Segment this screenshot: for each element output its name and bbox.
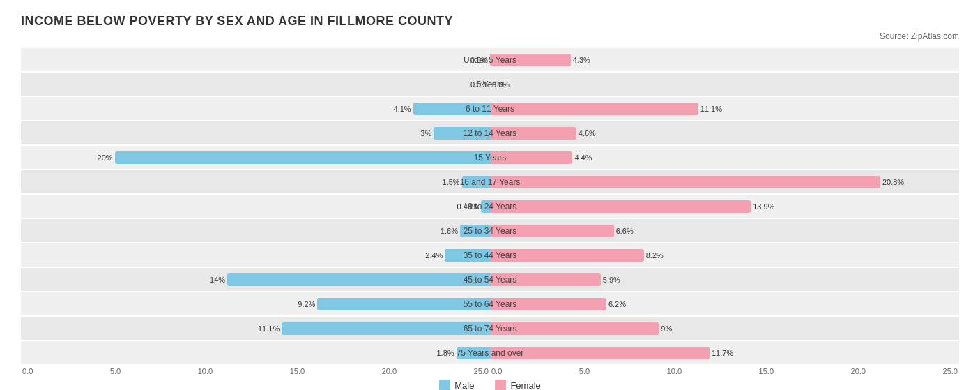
male-bar-container: 0.0% xyxy=(21,77,490,92)
female-bar-container: 11.1% xyxy=(490,101,959,117)
male-bar-container: 4.1% xyxy=(21,101,490,117)
chart-row: 14%45 to 54 Years5.9% xyxy=(21,268,959,291)
chart-row: 20%15 Years4.4% xyxy=(21,146,959,169)
chart-area: 0.0%Under 5 Years4.3%0.0%5 Years0.0%4.1%… xyxy=(21,48,959,364)
female-value: 5.9% xyxy=(601,276,620,284)
axis-value: 0.0 xyxy=(491,367,502,375)
axis-value: 25.0 xyxy=(474,367,489,375)
axis-value: 20.0 xyxy=(851,367,866,375)
female-value: 6.6% xyxy=(614,227,634,235)
male-value: 0.0% xyxy=(470,80,490,89)
axis-value: 5.0 xyxy=(110,367,121,375)
male-bar-container: 14% xyxy=(21,272,490,287)
female-bar-container: 4.6% xyxy=(490,126,959,141)
axis-value: 10.0 xyxy=(667,367,682,375)
female-bar-container: 4.3% xyxy=(490,52,959,68)
axis-value: 0.0 xyxy=(22,367,33,375)
female-bar-container: 6.6% xyxy=(490,223,959,239)
male-value: 0.49% xyxy=(457,202,481,211)
male-value: 4.1% xyxy=(394,105,413,113)
bar-female xyxy=(490,54,571,66)
male-bar-container: 11.1% xyxy=(21,321,490,336)
chart-row: 11.1%65 to 74 Years9% xyxy=(21,317,959,340)
bar-female xyxy=(490,298,606,310)
female-value: 13.9% xyxy=(751,202,774,211)
female-value: 11.1% xyxy=(698,105,722,113)
bar-female xyxy=(490,225,614,237)
male-bar-container: 1.6% xyxy=(21,223,490,239)
male-bar-container: 3% xyxy=(21,126,490,141)
bar-female xyxy=(490,322,659,335)
male-bar-container: 0.0% xyxy=(21,52,490,68)
bar-female xyxy=(490,151,572,164)
source-label: Source: ZipAtlas.com xyxy=(21,31,959,41)
chart-row: 1.6%25 to 34 Years6.6% xyxy=(21,219,959,242)
bar-male xyxy=(460,225,490,237)
chart-row: 0.0%Under 5 Years4.3% xyxy=(21,48,959,71)
male-value: 1.6% xyxy=(441,227,460,235)
male-bar-container: 1.5% xyxy=(21,174,490,190)
axis-value: 15.0 xyxy=(759,367,774,375)
bar-male xyxy=(413,103,490,115)
male-value: 14% xyxy=(210,276,227,284)
female-value: 4.3% xyxy=(571,56,590,64)
bar-female xyxy=(490,103,698,115)
bar-female xyxy=(490,249,644,262)
female-bar-container: 5.9% xyxy=(490,272,959,287)
male-value: 11.1% xyxy=(258,324,282,333)
male-value: 9.2% xyxy=(298,300,317,308)
axis-row: 25.020.015.010.05.00.00.05.010.015.020.0… xyxy=(21,367,959,375)
male-bar-container: 1.8% xyxy=(21,345,490,361)
female-bar-container: 4.4% xyxy=(490,150,959,165)
male-value: 3% xyxy=(420,129,434,137)
female-bar-container: 20.8% xyxy=(490,174,959,190)
bar-male xyxy=(457,347,490,359)
female-value: 9% xyxy=(659,324,672,333)
female-value: 11.7% xyxy=(710,349,733,357)
axis-value: 5.0 xyxy=(579,367,590,375)
chart-row: 2.4%35 to 44 Years8.2% xyxy=(21,243,959,267)
female-bar-container: 13.9% xyxy=(490,199,959,214)
female-bar-container: 0.0% xyxy=(490,77,959,92)
male-value: 1.5% xyxy=(443,178,462,186)
bar-female xyxy=(490,176,880,188)
chart-row: 9.2%55 to 64 Years6.2% xyxy=(21,292,959,315)
female-bar-container: 6.2% xyxy=(490,297,959,312)
female-bar-container: 8.2% xyxy=(490,248,959,263)
legend-male-label: Male xyxy=(454,380,474,391)
bar-male xyxy=(317,298,490,310)
bar-male xyxy=(227,273,490,286)
female-bar-container: 11.7% xyxy=(490,345,959,361)
legend-item-female: Female xyxy=(495,380,540,390)
chart-title: INCOME BELOW POVERTY BY SEX AND AGE IN F… xyxy=(21,14,959,29)
legend-box-female xyxy=(495,380,506,390)
male-value: 2.4% xyxy=(425,251,445,260)
axis-right: 0.05.010.015.020.025.0 xyxy=(490,367,959,375)
female-value: 4.4% xyxy=(572,153,592,162)
legend-female-label: Female xyxy=(510,380,540,391)
bar-male xyxy=(282,322,490,335)
male-bar-container: 0.49% xyxy=(21,199,490,214)
bar-male xyxy=(481,200,490,213)
bar-female xyxy=(490,347,710,359)
female-value: 8.2% xyxy=(644,251,664,260)
legend-item-male: Male xyxy=(439,380,474,390)
bar-male xyxy=(445,249,490,262)
chart-row: 0.0%5 Years0.0% xyxy=(21,73,959,96)
legend: Male Female xyxy=(21,380,959,390)
bar-male xyxy=(434,127,490,140)
male-bar-container: 2.4% xyxy=(21,248,490,263)
male-bar-container: 20% xyxy=(21,150,490,165)
chart-row: 4.1%6 to 11 Years11.1% xyxy=(21,97,959,120)
female-value: 20.8% xyxy=(880,178,904,186)
male-value: 20% xyxy=(98,153,115,162)
female-bar-container: 9% xyxy=(490,321,959,336)
male-bar-container: 9.2% xyxy=(21,297,490,312)
chart-row: 3%12 to 14 Years4.6% xyxy=(21,121,959,144)
bar-female xyxy=(490,200,751,213)
female-value: 4.6% xyxy=(576,129,596,137)
bar-male xyxy=(462,176,490,188)
axis-value: 20.0 xyxy=(382,367,397,375)
axis-value: 10.0 xyxy=(198,367,213,375)
male-value: 1.8% xyxy=(436,349,456,357)
